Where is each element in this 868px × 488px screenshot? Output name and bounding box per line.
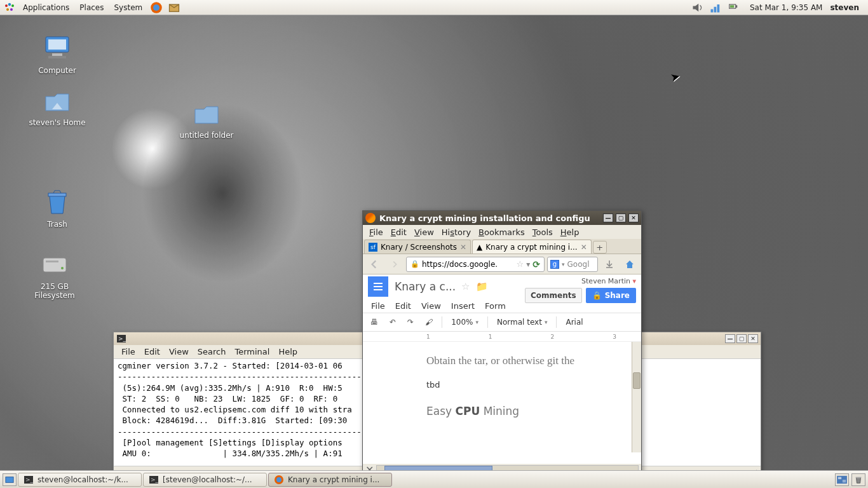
show-desktop-button[interactable]	[3, 473, 17, 486]
close-button[interactable]: ✕	[748, 334, 758, 343]
downloads-icon[interactable]	[600, 256, 618, 273]
tab-close-icon[interactable]: ✕	[581, 243, 587, 252]
search-placeholder: Googl	[567, 260, 590, 269]
package-updater-icon[interactable]	[168, 3, 180, 13]
menu-bookmarks[interactable]: Bookmarks	[475, 227, 529, 237]
move-folder-icon[interactable]: 📁	[476, 281, 488, 292]
svg-rect-16	[52, 53, 62, 56]
menu-terminal[interactable]: Terminal	[231, 347, 273, 356]
clock[interactable]: Sat Mar 1, 9:35 AM	[750, 3, 823, 12]
desktop-icon-trash[interactable]: Trash	[25, 187, 89, 229]
menu-file[interactable]: File	[118, 347, 139, 356]
doc-heading[interactable]: Obtain the tar, or otherwise git the	[426, 355, 578, 367]
reload-icon[interactable]: ⟳	[532, 259, 540, 269]
terminal-icon: >_	[24, 475, 34, 485]
redo-icon[interactable]: ↷	[405, 316, 416, 328]
scrollbar-thumb[interactable]	[633, 372, 641, 389]
docs-menu-file[interactable]: File	[368, 301, 388, 311]
menu-edit[interactable]: Edit	[387, 227, 410, 237]
desktop-icon-filesystem[interactable]: 215 GB Filesystem	[23, 249, 86, 300]
taskbar-terminal-2[interactable]: >_ [steven@localhost:~/...	[143, 473, 267, 487]
tab-close-icon[interactable]: ✕	[460, 243, 466, 252]
firefox-window[interactable]: Knary a crypt mining installation and co…	[362, 210, 642, 470]
places-menu[interactable]: Places	[74, 3, 109, 12]
forward-button[interactable]	[386, 256, 403, 273]
desktop[interactable]: Computer steven's Home untitled folder T…	[0, 15, 868, 470]
user-menu[interactable]: steven	[830, 3, 859, 12]
tab-label: Knary a crypt mining i...	[485, 243, 577, 252]
search-bar[interactable]: g ▾ Googl	[547, 257, 598, 272]
scrollbar-thumb[interactable]	[384, 466, 492, 470]
bookmark-star-icon[interactable]: ☆	[517, 259, 524, 269]
zoom-select[interactable]: 100% ▾	[449, 318, 481, 327]
trash-applet[interactable]	[851, 473, 865, 486]
vertical-scrollbar[interactable]	[632, 342, 641, 452]
menu-tools[interactable]: Tools	[529, 227, 557, 237]
close-button[interactable]: ✕	[628, 214, 639, 222]
document-page[interactable]: Obtain the tar, or otherwise git the tbd…	[363, 342, 641, 464]
doc-heading-2[interactable]: Easy CPU Mining	[426, 405, 578, 418]
system-menu[interactable]: System	[109, 3, 147, 12]
battery-icon[interactable]	[727, 3, 740, 13]
tab-screenshots[interactable]: sf Knary / Screenshots ✕	[364, 240, 471, 254]
docs-menu-insert[interactable]: Insert	[448, 301, 478, 311]
document-title[interactable]: Knary a c...	[395, 280, 455, 293]
svg-point-4	[10, 8, 13, 11]
svg-rect-10	[717, 4, 719, 13]
network-icon[interactable]	[709, 3, 722, 13]
paragraph-style-select[interactable]: Normal text ▾	[494, 318, 550, 327]
volume-icon[interactable]	[691, 3, 704, 13]
menu-help[interactable]: Help	[275, 347, 301, 356]
comments-button[interactable]: Comments	[525, 288, 582, 303]
docs-menu-format[interactable]: Form	[482, 301, 509, 311]
firefox-launcher-icon[interactable]	[150, 3, 163, 13]
minimize-button[interactable]: —	[725, 334, 735, 343]
gnome-menu-icon[interactable]	[4, 2, 15, 13]
back-button[interactable]	[365, 256, 383, 273]
font-select[interactable]: Arial	[563, 318, 585, 327]
paint-format-icon[interactable]: 🖌	[423, 316, 435, 328]
docs-user-label[interactable]: Steven Martin ▾	[525, 277, 636, 285]
home-icon[interactable]	[621, 256, 639, 273]
docs-menu-view[interactable]: View	[418, 301, 444, 311]
desktop-icon-home[interactable]: steven's Home	[25, 85, 89, 127]
desktop-icon-untitled-folder[interactable]: untitled folder	[175, 98, 238, 140]
firefox-titlebar[interactable]: Knary a crypt mining installation and co…	[363, 211, 641, 225]
ruler[interactable]: 1123	[363, 332, 641, 342]
desktop-icon-label: untitled folder	[180, 131, 234, 140]
taskbar-terminal-1[interactable]: >_ steven@localhost:~/k...	[18, 473, 142, 487]
menu-view[interactable]: View	[410, 227, 438, 237]
menu-help[interactable]: Help	[557, 227, 583, 237]
desktop-icon-computer[interactable]: Computer	[25, 33, 89, 75]
doc-paragraph[interactable]: tbd	[426, 380, 578, 390]
maximize-button[interactable]: ▢	[616, 214, 626, 222]
horizontal-scrollbar[interactable]	[376, 465, 639, 470]
taskbar-firefox[interactable]: Knary a crypt mining i...	[268, 473, 392, 487]
menu-file[interactable]: File	[365, 227, 387, 237]
menu-view[interactable]: View	[165, 347, 193, 356]
tab-knary-doc[interactable]: ▲ Knary a crypt mining i... ✕	[472, 240, 592, 254]
close-findbar-icon[interactable]: ✕	[365, 464, 374, 471]
undo-icon[interactable]: ↶	[387, 316, 398, 328]
menu-edit[interactable]: Edit	[140, 347, 164, 356]
minimize-button[interactable]: —	[603, 214, 613, 222]
star-icon[interactable]: ☆	[461, 281, 470, 292]
google-docs-logo-icon[interactable]	[368, 276, 388, 297]
docs-menu-edit[interactable]: Edit	[392, 301, 414, 311]
applications-menu[interactable]: Applications	[18, 3, 74, 12]
dropdown-icon[interactable]: ▾	[526, 260, 530, 269]
maximize-button[interactable]: ▢	[736, 334, 747, 343]
new-tab-button[interactable]: +	[593, 241, 607, 254]
top-panel: Applications Places System Sat Mar 1, 9:…	[0, 0, 868, 15]
menu-search[interactable]: Search	[194, 347, 230, 356]
workspace-switcher[interactable]	[835, 473, 849, 486]
svg-text:>_: >_	[151, 477, 159, 483]
svg-rect-34	[856, 477, 862, 478]
lock-icon: 🔒	[410, 260, 419, 268]
print-icon[interactable]: 🖶	[368, 316, 381, 328]
url-bar[interactable]: 🔒 https://docs.google. ☆ ▾ ⟳	[406, 257, 545, 272]
menu-history[interactable]: History	[438, 227, 475, 237]
dropdown-icon[interactable]: ▾	[562, 261, 565, 268]
docs-toolbar: 🖶 ↶ ↷ 🖌 100% ▾ Normal text ▾ Arial	[363, 313, 641, 332]
share-button[interactable]: 🔒 Share	[586, 288, 636, 303]
